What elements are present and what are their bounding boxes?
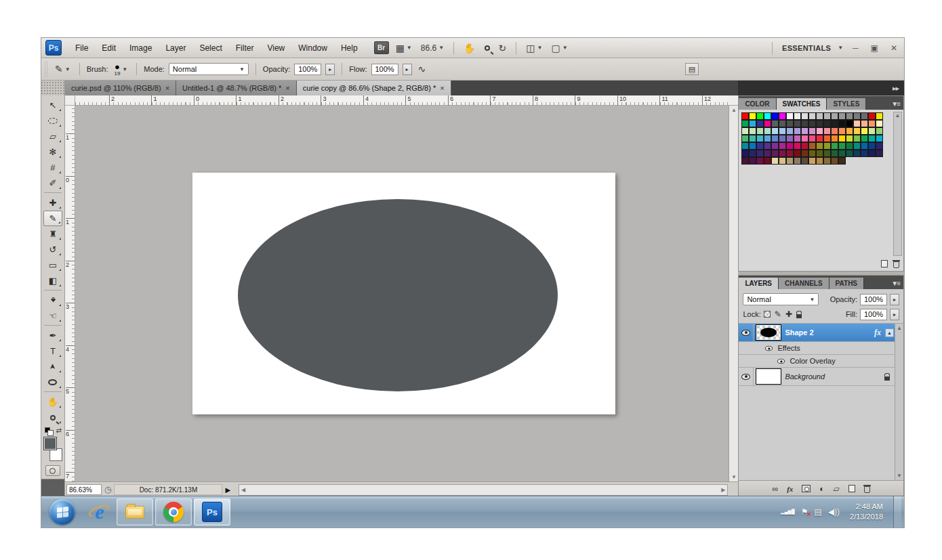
swap-colors-icon[interactable]: ⇄ [56, 427, 62, 434]
tab-color[interactable]: COLOR [739, 98, 776, 110]
swatch[interactable] [786, 142, 794, 150]
swatch[interactable] [861, 127, 868, 135]
swatch[interactable] [876, 150, 883, 157]
swatch[interactable] [764, 142, 771, 150]
swatch[interactable] [771, 112, 779, 120]
document-canvas[interactable] [192, 173, 615, 414]
swatch[interactable] [801, 135, 808, 142]
add-layer-style-button[interactable]: fx [787, 485, 793, 493]
tab-styles[interactable]: STYLES [827, 98, 866, 110]
swatch[interactable] [794, 150, 801, 157]
document-size-info[interactable]: Doc: 871.2K/1.13M [114, 484, 222, 495]
swatch[interactable] [816, 157, 823, 165]
swatch[interactable] [861, 120, 868, 127]
layer-name[interactable]: Shape 2 [785, 328, 813, 337]
swatch[interactable] [749, 135, 756, 142]
lasso-tool[interactable]: ▱ [43, 129, 62, 144]
swatch[interactable] [831, 112, 838, 120]
layer-opacity-input[interactable]: 100% [860, 294, 887, 305]
zoom-tool-button[interactable] [483, 44, 492, 52]
swatch[interactable] [794, 135, 801, 142]
swatch[interactable] [771, 135, 779, 142]
swatch[interactable] [808, 112, 816, 120]
vertical-ruler[interactable]: 101234567 [65, 106, 75, 481]
swatch[interactable] [846, 150, 853, 157]
start-button[interactable] [49, 499, 75, 525]
swatch[interactable] [764, 112, 771, 120]
swatch[interactable] [846, 127, 853, 135]
flow-input[interactable]: 100% [371, 64, 398, 75]
brush-tool[interactable]: ✎ [43, 211, 62, 226]
minimize-button[interactable]: ─ [850, 43, 861, 53]
swatch[interactable] [816, 150, 823, 157]
swatch[interactable] [808, 150, 816, 157]
link-layers-button[interactable]: ∞ [773, 484, 779, 494]
quick-mask-button[interactable] [45, 465, 60, 476]
tool-preset-picker[interactable]: ✎▼ [53, 62, 73, 76]
swatch[interactable] [764, 157, 771, 165]
swatch[interactable] [779, 157, 786, 165]
eye-icon[interactable] [741, 330, 750, 336]
lock-transparency-button[interactable] [764, 311, 771, 318]
swatch[interactable] [876, 112, 883, 120]
updates-icon[interactable]: ▤ [814, 507, 821, 517]
swatch[interactable] [823, 157, 831, 165]
arrange-documents-button[interactable]: ◫▼ [524, 41, 544, 55]
swatch[interactable] [853, 120, 861, 127]
swatches-scrollbar[interactable]: ▲ [893, 112, 902, 256]
swatch[interactable] [838, 135, 846, 142]
add-layer-mask-button[interactable] [802, 485, 811, 492]
tab-swatches[interactable]: SWATCHES [777, 98, 827, 110]
swatch[interactable] [838, 127, 846, 135]
new-swatch-button[interactable] [881, 260, 888, 267]
scroll-down-icon[interactable]: ▼ [731, 474, 737, 480]
swatch[interactable] [876, 120, 883, 127]
hand-tool-button[interactable]: ✋ [462, 41, 477, 55]
ellipse-shape-tool[interactable] [43, 374, 62, 390]
swatch[interactable] [868, 142, 876, 150]
blur-tool[interactable]: ♠ [43, 293, 62, 308]
scroll-down-icon[interactable]: ▼ [897, 473, 902, 479]
swatch[interactable] [771, 127, 779, 135]
swatch[interactable] [876, 127, 883, 135]
swatch[interactable] [838, 157, 846, 165]
swatch[interactable] [771, 120, 779, 127]
options-bar-grip[interactable] [44, 61, 49, 77]
tab-layers[interactable]: LAYERS [739, 278, 779, 289]
zoom-percentage-field[interactable]: 86.63% [66, 484, 102, 495]
swatch[interactable] [749, 150, 756, 157]
dodge-tool[interactable]: ☜ [43, 308, 62, 324]
collapse-effects-icon[interactable]: ▲ [885, 328, 894, 337]
swatch[interactable] [786, 112, 794, 120]
swatch[interactable] [853, 135, 861, 142]
swatch[interactable] [831, 127, 838, 135]
swatch[interactable] [868, 120, 876, 127]
toggle-panels-button[interactable]: ▤ [685, 63, 699, 75]
swatch[interactable] [868, 112, 876, 120]
scroll-up-icon[interactable]: ▲ [731, 107, 737, 113]
swatch[interactable] [808, 157, 816, 165]
swatch[interactable] [816, 112, 823, 120]
tab-close-icon[interactable]: × [440, 84, 444, 92]
swatch[interactable] [741, 150, 749, 157]
flow-slider-button[interactable]: ▸ [403, 64, 412, 75]
pen-tool[interactable]: ✒ [43, 328, 62, 343]
swatch[interactable] [831, 135, 838, 142]
layer-fx-icon[interactable]: fx [874, 328, 881, 338]
canvas-viewport[interactable] [75, 106, 729, 481]
swatch[interactable] [831, 120, 838, 127]
panel-dock-header[interactable]: ▸▸ [738, 81, 904, 95]
swatch[interactable] [749, 112, 756, 120]
swatch[interactable] [801, 157, 808, 165]
layer-row-background[interactable]: Background [739, 368, 903, 386]
swatch[interactable] [756, 127, 764, 135]
layer-opacity-slider-button[interactable]: ▸ [890, 294, 899, 305]
menu-view[interactable]: View [260, 41, 291, 56]
layer-row-shape-2[interactable]: Shape 2 fx ▲ [739, 324, 903, 342]
type-tool[interactable]: T [43, 343, 62, 359]
swatch[interactable] [838, 120, 846, 127]
swatch[interactable] [794, 142, 801, 150]
swatch[interactable] [794, 157, 801, 165]
swatch[interactable] [741, 135, 749, 142]
swatch[interactable] [838, 142, 846, 150]
